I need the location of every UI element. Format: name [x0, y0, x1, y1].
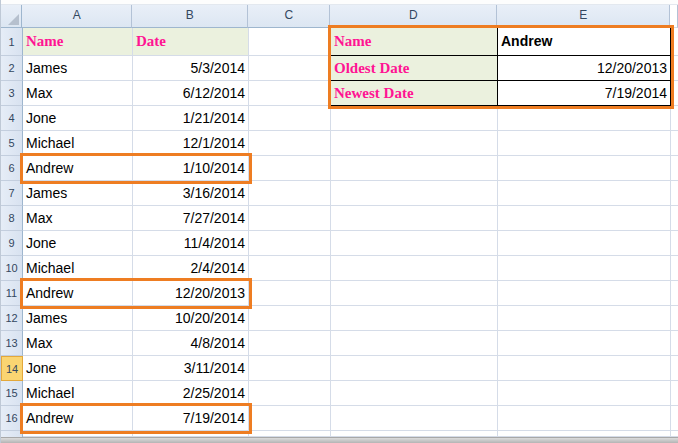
cell-e11[interactable]: [498, 281, 671, 306]
cell-a9[interactable]: Jone: [23, 231, 133, 256]
cell-e2-summary-oldest-value[interactable]: 12/20/2013: [498, 56, 671, 81]
cell-d7[interactable]: [331, 181, 498, 206]
column-header-a[interactable]: A: [22, 5, 132, 28]
cell-c11[interactable]: [249, 281, 331, 306]
column-header-c[interactable]: C: [248, 5, 330, 28]
cell-b6[interactable]: 1/10/2014: [133, 156, 249, 181]
cell-c8[interactable]: [249, 206, 331, 231]
cell-c7[interactable]: [249, 181, 331, 206]
cell-b11[interactable]: 12/20/2013: [133, 281, 249, 306]
column-header-d[interactable]: D: [330, 5, 497, 28]
cell-a11[interactable]: Andrew: [23, 281, 133, 306]
row-header-4[interactable]: 4: [1, 106, 23, 131]
cell-d4[interactable]: [331, 106, 498, 131]
cell-b10[interactable]: 2/4/2014: [133, 256, 249, 281]
row-header-13[interactable]: 13: [1, 331, 23, 356]
cell-a10[interactable]: Michael: [23, 256, 133, 281]
row-header-11[interactable]: 11: [1, 281, 23, 306]
cell-e4[interactable]: [498, 106, 671, 131]
cell-a3[interactable]: Max: [23, 81, 133, 106]
cell-e5[interactable]: [498, 131, 671, 156]
cell-b9[interactable]: 11/4/2014: [133, 231, 249, 256]
column-header-e[interactable]: E: [497, 5, 670, 28]
cell-d14[interactable]: [331, 356, 498, 381]
row-header-9[interactable]: 9: [1, 231, 23, 256]
cell-c13[interactable]: [249, 331, 331, 356]
cell-b4[interactable]: 1/21/2014: [133, 106, 249, 131]
cell-b8[interactable]: 7/27/2014: [133, 206, 249, 231]
cell-e10[interactable]: [498, 256, 671, 281]
cell-d6[interactable]: [331, 156, 498, 181]
cell-e12[interactable]: [498, 306, 671, 331]
cell-d10[interactable]: [331, 256, 498, 281]
cell-c3[interactable]: [249, 81, 331, 106]
cell-d2-summary-oldest-label[interactable]: Oldest Date: [331, 56, 498, 81]
row-header-3[interactable]: 3: [1, 81, 23, 106]
cell-a4[interactable]: Jone: [23, 106, 133, 131]
cell-c2[interactable]: [249, 56, 331, 81]
cell-e1-summary-name-value[interactable]: Andrew: [498, 28, 671, 56]
cell-a1-name-header[interactable]: Name: [23, 28, 133, 56]
cell-e14[interactable]: [498, 356, 671, 381]
cell-b16[interactable]: 7/19/2014: [133, 406, 249, 431]
cell-c5[interactable]: [249, 131, 331, 156]
cell-b3[interactable]: 6/12/2014: [133, 81, 249, 106]
cell-c6[interactable]: [249, 156, 331, 181]
row-header-7[interactable]: 7: [1, 181, 23, 206]
cell-c1[interactable]: [249, 28, 331, 56]
row-header-14-selected[interactable]: 14: [1, 356, 23, 381]
cell-e9[interactable]: [498, 231, 671, 256]
cell-a14[interactable]: Jone: [23, 356, 133, 381]
cell-b12[interactable]: 10/20/2014: [133, 306, 249, 331]
select-all-button[interactable]: [1, 5, 22, 28]
cell-e6[interactable]: [498, 156, 671, 181]
cell-e8[interactable]: [498, 206, 671, 231]
cell-d1-summary-name-label[interactable]: Name: [331, 28, 498, 56]
row-header-5[interactable]: 5: [1, 131, 23, 156]
cell-a8[interactable]: Max: [23, 206, 133, 231]
cell-d12[interactable]: [331, 306, 498, 331]
cell-a12[interactable]: James: [23, 306, 133, 331]
row-header-12[interactable]: 12: [1, 306, 23, 331]
cell-a2[interactable]: James: [23, 56, 133, 81]
cell-e15[interactable]: [498, 381, 671, 406]
cell-b5[interactable]: 12/1/2014: [133, 131, 249, 156]
cell-d11[interactable]: [331, 281, 498, 306]
cell-a15[interactable]: Michael: [23, 381, 133, 406]
cell-c14[interactable]: [249, 356, 331, 381]
row-header-2[interactable]: 2: [1, 56, 23, 81]
cell-e16[interactable]: [498, 406, 671, 431]
cell-d5[interactable]: [331, 131, 498, 156]
cell-a5[interactable]: Michael: [23, 131, 133, 156]
cell-c15[interactable]: [249, 381, 331, 406]
cell-d16[interactable]: [331, 406, 498, 431]
cell-a13[interactable]: Max: [23, 331, 133, 356]
cell-d13[interactable]: [331, 331, 498, 356]
cell-d9[interactable]: [331, 231, 498, 256]
column-header-b[interactable]: B: [132, 5, 248, 28]
cell-d3-summary-newest-label[interactable]: Newest Date: [331, 81, 498, 106]
cell-c12[interactable]: [249, 306, 331, 331]
cell-b13[interactable]: 4/8/2014: [133, 331, 249, 356]
cell-a7[interactable]: James: [23, 181, 133, 206]
cell-b2[interactable]: 5/3/2014: [133, 56, 249, 81]
cell-b7[interactable]: 3/16/2014: [133, 181, 249, 206]
cell-e7[interactable]: [498, 181, 671, 206]
cell-d8[interactable]: [331, 206, 498, 231]
cell-c16[interactable]: [249, 406, 331, 431]
cell-d15[interactable]: [331, 381, 498, 406]
row-header-8[interactable]: 8: [1, 206, 23, 231]
cell-c9[interactable]: [249, 231, 331, 256]
cell-b1-date-header[interactable]: Date: [133, 28, 249, 56]
row-header-16[interactable]: 16: [1, 406, 23, 431]
row-header-15[interactable]: 15: [1, 381, 23, 406]
cell-c10[interactable]: [249, 256, 331, 281]
cell-e13[interactable]: [498, 331, 671, 356]
cell-a6[interactable]: Andrew: [23, 156, 133, 181]
cell-b14[interactable]: 3/11/2014: [133, 356, 249, 381]
cell-b15[interactable]: 2/25/2014: [133, 381, 249, 406]
cell-c4[interactable]: [249, 106, 331, 131]
cell-e3-summary-newest-value[interactable]: 7/19/2014: [498, 81, 671, 106]
row-header-1[interactable]: 1: [1, 28, 23, 56]
row-header-10[interactable]: 10: [1, 256, 23, 281]
